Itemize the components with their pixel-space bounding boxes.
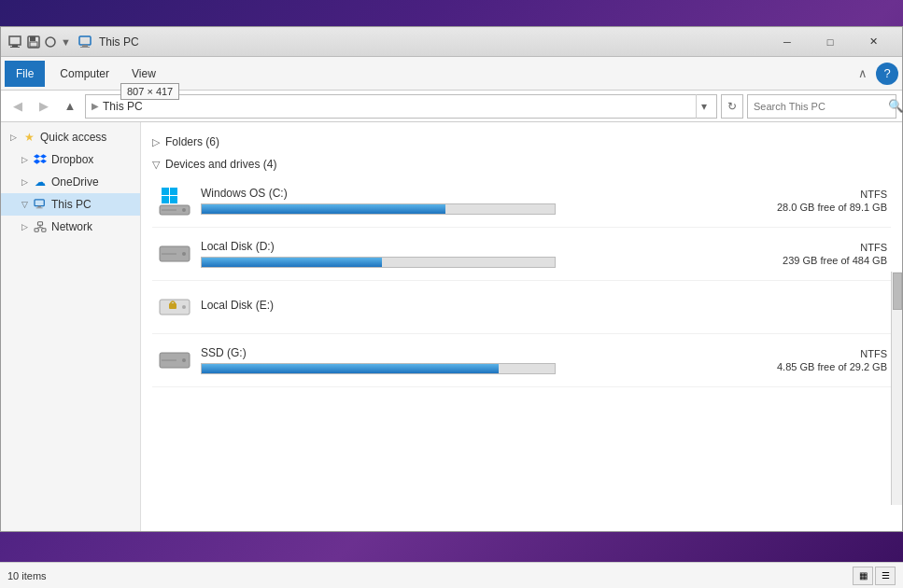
drive-fs-c: NTFS	[777, 189, 887, 200]
scrollbar-thumb[interactable]	[893, 273, 902, 310]
onedrive-label: OneDrive	[51, 175, 99, 189]
svg-rect-9	[80, 47, 90, 48]
svg-rect-11	[37, 206, 40, 208]
status-view-buttons: ▦ ☰	[853, 567, 896, 585]
svg-rect-2	[10, 47, 20, 48]
progress-bar-c	[201, 203, 556, 215]
search-box: 🔍	[747, 94, 896, 119]
computer-icon	[78, 35, 93, 49]
sidebar-item-onedrive[interactable]: ▷ ☁ OneDrive	[1, 171, 140, 193]
svg-rect-15	[42, 229, 46, 231]
dropbox-label: Dropbox	[51, 153, 93, 166]
network-label: Network	[51, 220, 92, 233]
progress-bar-d	[201, 257, 556, 268]
svg-point-33	[182, 358, 186, 362]
svg-point-30	[182, 305, 186, 309]
title-controls: ─ □ ✕	[766, 27, 895, 57]
ribbon-collapse-button[interactable]: ∧	[854, 64, 872, 83]
file-menu-button[interactable]: File	[5, 61, 45, 87]
svg-rect-0	[9, 36, 21, 45]
content-area: ▷ Folders (6) ▽ Devices and drives (4)	[141, 122, 902, 531]
quick-access-icon: ★	[21, 130, 36, 145]
drive-item-c[interactable]: Windows OS (C:) NTFS 28.0 GB free of 89.…	[152, 175, 891, 228]
drive-icon-g	[156, 342, 193, 379]
devices-title: Devices and drives (4)	[165, 158, 276, 171]
onedrive-expand: ▷	[20, 177, 29, 187]
svg-rect-12	[36, 207, 43, 208]
drive-item-d[interactable]: Local Disk (D:) NTFS 239 GB free of 484 …	[152, 228, 891, 281]
svg-rect-1	[12, 45, 18, 47]
refresh-button[interactable]: ↻	[721, 94, 743, 119]
list-view-button[interactable]: ☰	[875, 567, 896, 585]
folders-section-header[interactable]: ▷ Folders (6)	[152, 130, 891, 152]
close-button[interactable]: ✕	[852, 27, 895, 57]
svg-rect-22	[170, 196, 177, 203]
svg-point-27	[182, 252, 186, 256]
search-input[interactable]	[748, 101, 888, 112]
status-item-count: 10 items	[7, 570, 47, 581]
drive-meta-c: NTFS 28.0 GB free of 89.1 GB	[777, 189, 887, 213]
help-button[interactable]: ?	[876, 63, 898, 85]
drive-free-d: 239 GB free of 484 GB	[783, 255, 887, 266]
drive-list: Windows OS (C:) NTFS 28.0 GB free of 89.…	[152, 175, 891, 387]
title-text: This PC	[78, 35, 766, 49]
devices-section-header[interactable]: ▽ Devices and drives (4)	[152, 152, 891, 175]
sidebar-item-network[interactable]: ▷ Network	[1, 216, 140, 238]
drive-meta-d: NTFS 239 GB free of 484 GB	[783, 242, 887, 266]
explorer-window: ▼ This PC 807 × 417 ─ □ ✕ File Computer …	[0, 26, 903, 532]
minimize-button[interactable]: ─	[766, 27, 809, 57]
drive-item-e[interactable]: Local Disk (E:)	[152, 281, 891, 334]
progress-bar-g	[201, 363, 556, 374]
up-button[interactable]: ▲	[59, 95, 81, 118]
sidebar-item-quick-access[interactable]: ▷ ★ Quick access	[1, 126, 140, 148]
sidebar-item-this-pc[interactable]: ▽ This PC	[1, 193, 140, 216]
drive-name-e: Local Disk (E:)	[201, 299, 872, 312]
drive-name-d: Local Disk (D:)	[201, 240, 768, 253]
quick-access-label: Quick access	[40, 131, 106, 144]
svg-point-6	[46, 37, 55, 47]
quick-access-expand: ▷	[8, 133, 18, 142]
title-bar-icons: ▼	[8, 35, 71, 49]
svg-rect-19	[162, 188, 169, 195]
folders-title: Folders (6)	[165, 135, 219, 148]
address-box[interactable]: ▶ This PC ▾	[85, 94, 717, 119]
svg-rect-21	[162, 196, 169, 203]
dimension-tooltip: 807 × 417	[120, 83, 179, 100]
sidebar-item-dropbox[interactable]: ▷ Dropbox	[1, 148, 140, 171]
search-button[interactable]: 🔍	[888, 94, 903, 119]
address-path: This PC	[103, 100, 143, 113]
progress-fill-d	[202, 258, 382, 267]
drive-name-c: Windows OS (C:)	[201, 187, 762, 200]
drive-info-d: Local Disk (D:)	[201, 240, 768, 268]
address-dropdown-arrow[interactable]: ▾	[696, 94, 711, 119]
pin-icon	[44, 35, 57, 49]
title-bar: ▼ This PC 807 × 417 ─ □ ✕	[1, 27, 902, 57]
address-separator: ▶	[92, 101, 99, 111]
forward-button[interactable]: ▶	[33, 95, 55, 118]
svg-rect-14	[35, 229, 38, 231]
title-dropdown-arrow[interactable]: ▼	[61, 36, 71, 48]
main-layout: ▷ ★ Quick access ▷ Dropbox ▷ ☁ OneDrive …	[1, 122, 902, 531]
devices-chevron: ▽	[152, 159, 160, 171]
back-button[interactable]: ◀	[7, 95, 29, 118]
drive-icon-e	[156, 288, 193, 326]
maximize-button[interactable]: □	[809, 27, 852, 57]
onedrive-icon: ☁	[33, 175, 48, 189]
drive-item-g[interactable]: SSD (G:) NTFS 4.85 GB free of 29.2 GB	[152, 334, 891, 387]
svg-rect-10	[35, 200, 44, 206]
drive-icon-d	[156, 235, 193, 273]
network-expand: ▷	[20, 222, 29, 231]
drive-fs-d: NTFS	[783, 242, 887, 253]
drive-free-c: 28.0 GB free of 89.1 GB	[777, 202, 887, 213]
svg-rect-4	[30, 36, 35, 41]
computer-tab[interactable]: Computer	[49, 61, 120, 87]
drive-icon-c	[156, 182, 193, 219]
this-pc-label: This PC	[51, 198, 92, 211]
drive-meta-g: NTFS 4.85 GB free of 29.2 GB	[777, 348, 887, 372]
drive-info-c: Windows OS (C:)	[201, 187, 762, 215]
svg-rect-13	[37, 222, 42, 225]
scrollbar[interactable]	[891, 272, 902, 505]
svg-rect-31	[169, 303, 176, 309]
drive-free-g: 4.85 GB free of 29.2 GB	[777, 361, 887, 372]
grid-view-button[interactable]: ▦	[853, 567, 873, 585]
